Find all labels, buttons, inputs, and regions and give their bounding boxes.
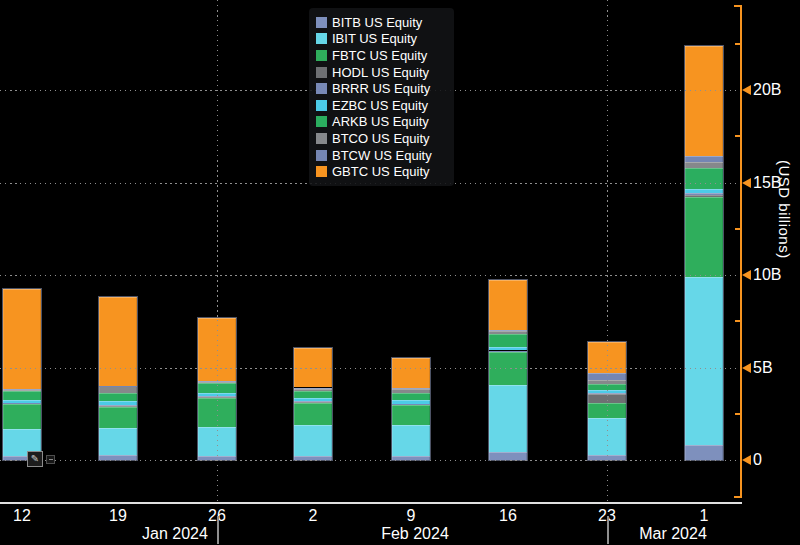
chart-tool-button[interactable] bbox=[46, 455, 55, 464]
bar-segment-GBTC[interactable] bbox=[588, 342, 626, 373]
bar-segment-BRRR[interactable] bbox=[588, 393, 626, 394]
bar-segment-BITB[interactable] bbox=[392, 456, 430, 460]
bar-segment-ARKB[interactable] bbox=[99, 393, 137, 401]
legend-item-brrr[interactable]: BRRR US Equity bbox=[316, 80, 446, 97]
bar-segment-BTCO[interactable] bbox=[198, 382, 236, 383]
legend-swatch-ibit bbox=[316, 33, 327, 44]
x-tick-label-1: 1 bbox=[700, 508, 709, 524]
bar-segment-BRRR[interactable] bbox=[392, 404, 430, 405]
bar-segment-BTCW[interactable] bbox=[294, 388, 332, 390]
bar-segment-BTCO[interactable] bbox=[685, 162, 723, 168]
bar-segment-BITB[interactable] bbox=[588, 455, 626, 460]
bar-segment-HODL[interactable] bbox=[685, 195, 723, 197]
bar-segment-HODL[interactable] bbox=[489, 351, 527, 352]
bar-segment-EZBC[interactable] bbox=[294, 398, 332, 401]
bar-segment-ARKB[interactable] bbox=[685, 168, 723, 189]
bar-segment-GBTC[interactable] bbox=[294, 348, 332, 388]
bar-segment-BRRR[interactable] bbox=[99, 405, 137, 406]
bar-segment-FBTC[interactable] bbox=[685, 197, 723, 277]
bar-segment-EZBC[interactable] bbox=[3, 400, 41, 403]
bar-segment-IBIT[interactable] bbox=[588, 418, 626, 455]
legend-item-ibit[interactable]: IBIT US Equity bbox=[316, 31, 446, 48]
bar-segment-HODL[interactable] bbox=[198, 397, 236, 398]
bar-segment-IBIT[interactable] bbox=[198, 427, 236, 457]
bar-segment-ARKB[interactable] bbox=[588, 384, 626, 390]
bar-segment-BTCO[interactable] bbox=[294, 389, 332, 391]
legend-item-arkb[interactable]: ARKB US Equity bbox=[316, 114, 446, 131]
bar-segment-ARKB[interactable] bbox=[489, 334, 527, 347]
bar-segment-HODL[interactable] bbox=[294, 402, 332, 403]
bar-segment-IBIT[interactable] bbox=[99, 428, 137, 456]
bar-segment-HODL[interactable] bbox=[588, 394, 626, 403]
legend-item-btcw[interactable]: BTCW US Equity bbox=[316, 147, 446, 164]
bar-segment-BTCW[interactable] bbox=[198, 381, 236, 382]
bar-segment-GBTC[interactable] bbox=[198, 318, 236, 382]
bar-segment-BTCW[interactable] bbox=[3, 389, 41, 390]
bar-segment-FBTC[interactable] bbox=[3, 404, 41, 429]
bar-segment-BRRR[interactable] bbox=[685, 193, 723, 195]
bar-segment-BTCO[interactable] bbox=[392, 389, 430, 393]
legend-swatch-btco bbox=[316, 133, 327, 144]
bar-segment-ARKB[interactable] bbox=[294, 391, 332, 398]
bar-segment-EZBC[interactable] bbox=[198, 393, 236, 396]
bar-segment-BTCW[interactable] bbox=[685, 156, 723, 162]
y-axis-tick-label: 5B bbox=[753, 360, 773, 376]
bar-segment-BTCW[interactable] bbox=[99, 386, 137, 387]
bar-segment-IBIT[interactable] bbox=[294, 425, 332, 456]
bar-segment-IBIT[interactable] bbox=[685, 277, 723, 445]
bar-segment-BTCW[interactable] bbox=[392, 388, 430, 389]
bar-segment-BTCW[interactable] bbox=[489, 330, 527, 331]
bar-segment-EZBC[interactable] bbox=[685, 189, 723, 192]
bar-segment-BRRR[interactable] bbox=[294, 401, 332, 402]
legend-item-fbtc[interactable]: FBTC US Equity bbox=[316, 47, 446, 64]
bar-segment-FBTC[interactable] bbox=[294, 403, 332, 425]
bar-segment-GBTC[interactable] bbox=[3, 289, 41, 389]
bar-segment-ARKB[interactable] bbox=[392, 393, 430, 400]
bar-segment-FBTC[interactable] bbox=[99, 407, 137, 428]
bar-segment-BRRR[interactable] bbox=[198, 396, 236, 397]
bar-segment-BITB[interactable] bbox=[685, 445, 723, 460]
bar-segment-BTCO[interactable] bbox=[489, 331, 527, 334]
bar-segment-HODL[interactable] bbox=[3, 403, 41, 404]
legend-item-gbtc[interactable]: GBTC US Equity bbox=[316, 163, 446, 180]
bar-segment-ARKB[interactable] bbox=[198, 383, 236, 393]
bar-segment-EZBC[interactable] bbox=[392, 400, 430, 404]
bar-segment-EZBC[interactable] bbox=[588, 390, 626, 393]
bar-segment-BITB[interactable] bbox=[99, 455, 137, 460]
pencil-icon: ✎ bbox=[31, 454, 39, 464]
bar-segment-EZBC[interactable] bbox=[99, 401, 137, 405]
bar-segment-EZBC[interactable] bbox=[489, 347, 527, 350]
legend-item-bitb[interactable]: BITB US Equity bbox=[316, 14, 446, 31]
bar-segment-BTCW[interactable] bbox=[588, 373, 626, 380]
bar-segment-FBTC[interactable] bbox=[198, 398, 236, 427]
bar-segment-BITB[interactable] bbox=[198, 456, 236, 460]
bar-segment-GBTC[interactable] bbox=[99, 297, 137, 386]
bar-segment-FBTC[interactable] bbox=[489, 352, 527, 385]
legend-swatch-btcw bbox=[316, 150, 327, 161]
bitcoin-etf-volume-chart: (USD billions) BITB US EquityIBIT US Equ… bbox=[0, 0, 800, 545]
bar-segment-GBTC[interactable] bbox=[392, 358, 430, 389]
legend-item-ezbc[interactable]: EZBC US Equity bbox=[316, 97, 446, 114]
bar-segment-GBTC[interactable] bbox=[489, 280, 527, 330]
bar-segment-GBTC[interactable] bbox=[685, 46, 723, 156]
bar-segment-BRRR[interactable] bbox=[489, 351, 527, 352]
y-axis-tick-label: 20B bbox=[753, 82, 781, 98]
bar-segment-BTCO[interactable] bbox=[588, 380, 626, 384]
bar-segment-HODL[interactable] bbox=[392, 404, 430, 405]
bar-segment-HODL[interactable] bbox=[99, 406, 137, 407]
annotate-button[interactable]: ✎ bbox=[27, 451, 43, 467]
legend-item-btco[interactable]: BTCO US Equity bbox=[316, 130, 446, 147]
bar-segment-BITB[interactable] bbox=[489, 452, 527, 460]
bar-segment-IBIT[interactable] bbox=[392, 425, 430, 456]
bar-segment-BRRR[interactable] bbox=[3, 403, 41, 404]
legend-item-hodl[interactable]: HODL US Equity bbox=[316, 64, 446, 81]
bar-9 bbox=[392, 358, 430, 460]
bar-1 bbox=[685, 46, 723, 460]
bar-segment-FBTC[interactable] bbox=[588, 403, 626, 419]
bar-segment-FBTC[interactable] bbox=[392, 405, 430, 424]
bar-segment-BTCO[interactable] bbox=[3, 390, 41, 391]
bar-segment-BITB[interactable] bbox=[294, 456, 332, 460]
bar-segment-ARKB[interactable] bbox=[3, 391, 41, 400]
bar-segment-BTCO[interactable] bbox=[99, 386, 137, 393]
bar-segment-IBIT[interactable] bbox=[489, 385, 527, 452]
